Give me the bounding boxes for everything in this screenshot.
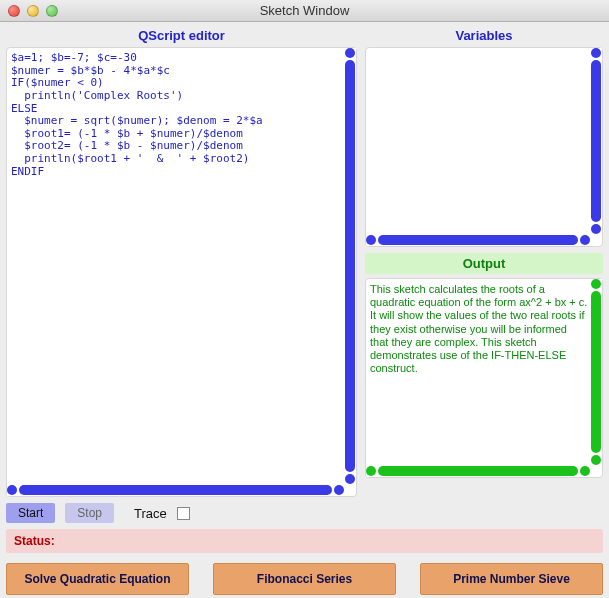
stop-button[interactable]: Stop (65, 503, 114, 523)
variables-title: Variables (365, 26, 603, 47)
output-title: Output (365, 253, 603, 274)
status-label: Status: (14, 534, 55, 548)
app-body: QScript editor $a=1; $b=-7; $c=-30 $nume… (0, 22, 609, 598)
editor-panel: $a=1; $b=-7; $c=-30 $numer = $b*$b - 4*$… (6, 47, 357, 497)
status-bar: Status: (6, 529, 603, 553)
fibonacci-button[interactable]: Fibonacci Series (213, 563, 396, 595)
example-buttons: Solve Quadratic Equation Fibonacci Serie… (6, 563, 603, 595)
output-scrollbar-vertical[interactable] (590, 279, 602, 465)
close-icon[interactable] (8, 5, 20, 17)
minimize-icon[interactable] (27, 5, 39, 17)
start-button[interactable]: Start (6, 503, 55, 523)
trace-checkbox[interactable] (177, 507, 190, 520)
variables-panel (365, 47, 603, 247)
prime-sieve-button[interactable]: Prime Number Sieve (420, 563, 603, 595)
output-scrollbar-horizontal[interactable] (366, 465, 590, 477)
variables-scrollbar-vertical[interactable] (590, 48, 602, 234)
editor-title: QScript editor (6, 26, 357, 47)
trace-label: Trace (134, 506, 167, 521)
solve-quadratic-button[interactable]: Solve Quadratic Equation (6, 563, 189, 595)
window-controls (8, 5, 58, 17)
output-panel: This sketch calculates the roots of a qu… (365, 278, 603, 478)
controls-row: Start Stop Trace (6, 503, 357, 523)
maximize-icon[interactable] (46, 5, 58, 17)
variables-scrollbar-horizontal[interactable] (366, 234, 590, 246)
window-title: Sketch Window (0, 3, 609, 18)
output-text: This sketch calculates the roots of a qu… (370, 283, 588, 375)
editor-scrollbar-horizontal[interactable] (7, 484, 344, 496)
titlebar: Sketch Window (0, 0, 609, 22)
editor-scrollbar-vertical[interactable] (344, 48, 356, 484)
editor-code[interactable]: $a=1; $b=-7; $c=-30 $numer = $b*$b - 4*$… (11, 52, 342, 178)
